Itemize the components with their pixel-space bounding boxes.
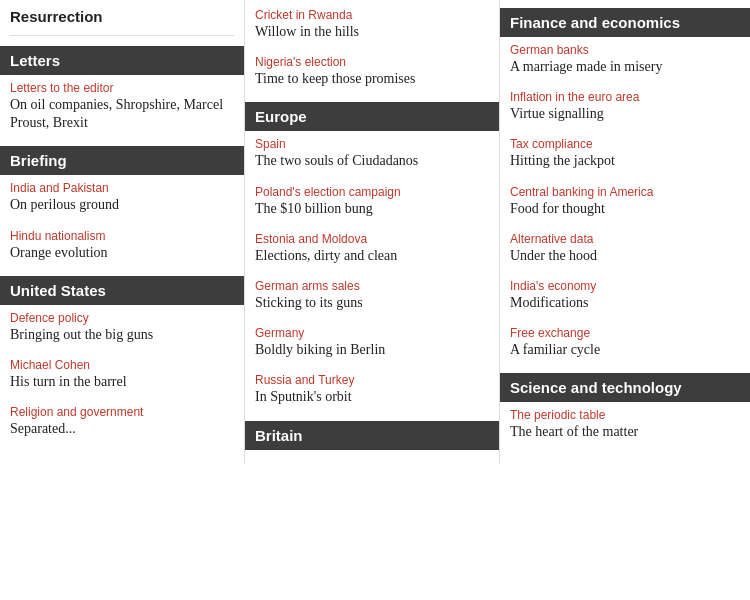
article-category[interactable]: Spain: [255, 137, 489, 151]
section-header-us: United States: [0, 276, 244, 305]
article-category[interactable]: India's economy: [510, 279, 740, 293]
article-group: Central banking in America Food for thou…: [510, 185, 740, 218]
article-group: German arms sales Sticking to its guns: [255, 279, 489, 312]
article-title[interactable]: On perilous ground: [10, 196, 234, 214]
article-group: Inflation in the euro area Virtue signal…: [510, 90, 740, 123]
article-category[interactable]: Central banking in America: [510, 185, 740, 199]
article-group: Religion and government Separated...: [10, 405, 234, 438]
top-title[interactable]: Resurrection: [10, 8, 234, 25]
article-category[interactable]: India and Pakistan: [10, 181, 234, 195]
article-category[interactable]: Inflation in the euro area: [510, 90, 740, 104]
section-europe: Europe Spain The two souls of Ciudadanos…: [255, 102, 489, 406]
article-group: Michael Cohen His turn in the barrel: [10, 358, 234, 391]
section-briefing: Briefing India and Pakistan On perilous …: [10, 146, 234, 261]
article-title[interactable]: His turn in the barrel: [10, 373, 234, 391]
article-category[interactable]: Defence policy: [10, 311, 234, 325]
article-category[interactable]: German arms sales: [255, 279, 489, 293]
article-title[interactable]: On oil companies, Shropshire, Marcel Pro…: [10, 96, 234, 132]
section-header-finance: Finance and economics: [500, 8, 750, 37]
article-group: Alternative data Under the hood: [510, 232, 740, 265]
article-group: India's economy Modifications: [510, 279, 740, 312]
section-letters: Letters Letters to the editor On oil com…: [10, 46, 234, 132]
top-story: Resurrection: [10, 8, 234, 25]
article-title[interactable]: Willow in the hills: [255, 23, 489, 41]
article-category[interactable]: The periodic table: [510, 408, 740, 422]
article-category[interactable]: Alternative data: [510, 232, 740, 246]
middle-column: Cricket in Rwanda Willow in the hills Ni…: [245, 0, 500, 464]
article-title[interactable]: The heart of the matter: [510, 423, 740, 441]
article-title[interactable]: Separated...: [10, 420, 234, 438]
article-title[interactable]: Bringing out the big guns: [10, 326, 234, 344]
article-group: Spain The two souls of Ciudadanos: [255, 137, 489, 170]
article-title[interactable]: Modifications: [510, 294, 740, 312]
article-title[interactable]: Elections, dirty and clean: [255, 247, 489, 265]
article-category[interactable]: Michael Cohen: [10, 358, 234, 372]
article-group: The periodic table The heart of the matt…: [510, 408, 740, 441]
article-category[interactable]: Letters to the editor: [10, 81, 234, 95]
article-title[interactable]: A familiar cycle: [510, 341, 740, 359]
article-category[interactable]: Russia and Turkey: [255, 373, 489, 387]
article-category[interactable]: Estonia and Moldova: [255, 232, 489, 246]
article-category[interactable]: Cricket in Rwanda: [255, 8, 489, 22]
article-title[interactable]: Sticking to its guns: [255, 294, 489, 312]
article-group: Poland's election campaign The $10 billi…: [255, 185, 489, 218]
article-category[interactable]: Religion and government: [10, 405, 234, 419]
article-title[interactable]: Orange evolution: [10, 244, 234, 262]
article-title[interactable]: Hitting the jackpot: [510, 152, 740, 170]
page-layout: Resurrection Letters Letters to the edit…: [0, 0, 750, 464]
article-title[interactable]: The $10 billion bung: [255, 200, 489, 218]
section-united-states: United States Defence policy Bringing ou…: [10, 276, 234, 439]
article-group: Hindu nationalism Orange evolution: [10, 229, 234, 262]
section-header-briefing: Briefing: [0, 146, 244, 175]
article-group: Estonia and Moldova Elections, dirty and…: [255, 232, 489, 265]
article-category[interactable]: Poland's election campaign: [255, 185, 489, 199]
article-title[interactable]: Under the hood: [510, 247, 740, 265]
article-category[interactable]: Free exchange: [510, 326, 740, 340]
article-title[interactable]: Food for thought: [510, 200, 740, 218]
article-group: India and Pakistan On perilous ground: [10, 181, 234, 214]
article-category[interactable]: Tax compliance: [510, 137, 740, 151]
article-title[interactable]: The two souls of Ciudadanos: [255, 152, 489, 170]
section-finance: Finance and economics German banks A mar…: [510, 8, 740, 359]
left-column: Resurrection Letters Letters to the edit…: [0, 0, 245, 464]
article-title[interactable]: Virtue signalling: [510, 105, 740, 123]
article-category[interactable]: Germany: [255, 326, 489, 340]
article-group: Germany Boldly biking in Berlin: [255, 326, 489, 359]
article-title[interactable]: Boldly biking in Berlin: [255, 341, 489, 359]
article-title[interactable]: A marriage made in misery: [510, 58, 740, 76]
article-title[interactable]: In Sputnik's orbit: [255, 388, 489, 406]
article-category[interactable]: German banks: [510, 43, 740, 57]
article-title[interactable]: Time to keep those promises: [255, 70, 489, 88]
article-category[interactable]: Nigeria's election: [255, 55, 489, 69]
article-group: Defence policy Bringing out the big guns: [10, 311, 234, 344]
article-group: Russia and Turkey In Sputnik's orbit: [255, 373, 489, 406]
section-header-europe: Europe: [245, 102, 499, 131]
section-header-britain: Britain: [245, 421, 499, 450]
article-group: Cricket in Rwanda Willow in the hills: [255, 8, 489, 41]
article-group: German banks A marriage made in misery: [510, 43, 740, 76]
article-category[interactable]: Hindu nationalism: [10, 229, 234, 243]
section-science: Science and technology The periodic tabl…: [510, 373, 740, 441]
article-group: Tax compliance Hitting the jackpot: [510, 137, 740, 170]
section-header-letters: Letters: [0, 46, 244, 75]
section-britain: Britain: [255, 421, 489, 450]
right-column: Finance and economics German banks A mar…: [500, 0, 750, 464]
article-group: Free exchange A familiar cycle: [510, 326, 740, 359]
article-group: Nigeria's election Time to keep those pr…: [255, 55, 489, 88]
article-group: Letters to the editor On oil companies, …: [10, 81, 234, 132]
section-header-science: Science and technology: [500, 373, 750, 402]
